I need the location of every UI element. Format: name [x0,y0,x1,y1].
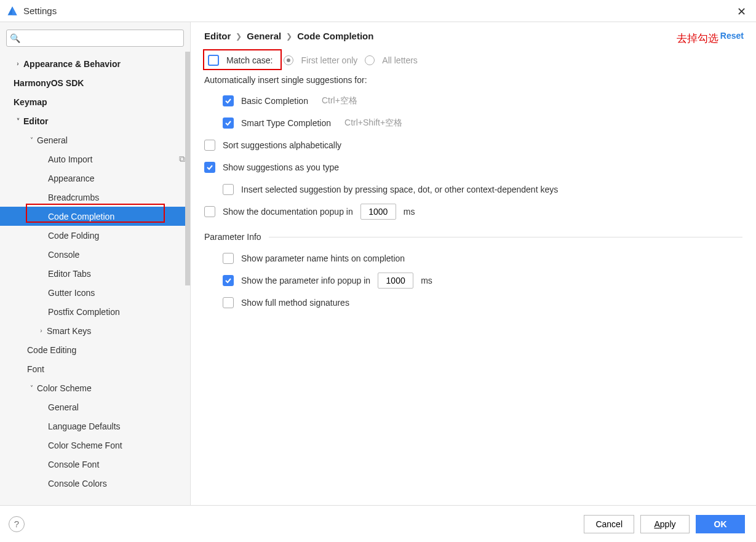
doc-popup-checkbox[interactable] [204,206,215,217]
tree-item[interactable]: Code Folding [0,226,190,245]
tree-item[interactable]: ˅Color Scheme [0,378,190,397]
first-letter-label: First letter only [301,55,357,65]
full-sig-label: Show full method signatures [241,298,349,308]
tree-item[interactable]: Font [0,359,190,378]
param-popup-value-input[interactable] [378,273,413,289]
param-popup-checkbox[interactable] [223,275,234,286]
chevron-down-icon[interactable]: ˅ [27,137,36,143]
tree-item[interactable]: Postfix Completion [0,302,190,321]
ok-button[interactable]: OK [696,515,745,533]
basic-completion-checkbox[interactable] [223,95,234,106]
annotation-arrow-icon [474,32,664,33]
match-case-checkbox[interactable] [208,55,219,66]
tree-item[interactable]: HarmonyOS SDK [0,73,190,92]
all-letters-label: All letters [382,55,418,65]
tree-item-label: Console Colors [48,479,107,488]
tree-item[interactable]: Language Defaults [0,416,190,436]
settings-tree[interactable]: ›Appearance & BehaviorHarmonyOS SDKKeyma… [0,52,190,505]
settings-sidebar: 🔍 ›Appearance & BehaviorHarmonyOS SDKKey… [0,22,191,505]
cancel-button[interactable]: Cancel [584,515,634,533]
smart-type-checkbox[interactable] [223,118,234,129]
tree-item[interactable]: Auto Import⧉ [0,149,190,169]
annotation-text: 去掉勾选 [677,31,718,46]
show-as-type-label: Show suggestions as you type [223,162,339,172]
tree-item-label: Code Folding [48,231,99,241]
tree-item[interactable]: Appearance [0,169,190,188]
smart-type-shortcut: Ctrl+Shift+空格 [344,118,402,129]
tree-item[interactable]: Code Completion [0,207,190,226]
tree-item-label: Console [48,250,79,260]
tree-item[interactable]: Console Font [0,455,190,474]
param-popup-label-post: ms [421,276,432,285]
apply-button[interactable]: Apply [640,515,690,533]
insert-selected-label: Insert selected suggestion by pressing s… [241,185,558,194]
chevron-right-icon: ❯ [236,32,242,41]
tree-item[interactable]: Console [0,245,190,264]
chevron-down-icon[interactable]: ˅ [27,385,36,391]
sidebar-scrollbar[interactable] [185,52,190,285]
match-case-label: Match case: [226,55,273,65]
tree-item-label: Breadcrumbs [48,193,99,202]
dialog-footer: ? Cancel Apply OK [0,505,756,542]
chevron-right-icon[interactable]: › [14,60,22,67]
search-input[interactable] [6,30,184,47]
tree-item-label: Appearance [48,173,95,183]
close-icon[interactable]: ✕ [737,5,746,18]
breadcrumb-item[interactable]: Editor [204,31,231,41]
chevron-right-icon: ❯ [286,32,292,41]
tree-item-label: Postfix Completion [48,307,120,317]
tree-item-label: Console Font [48,460,99,469]
show-as-type-checkbox[interactable] [204,162,215,173]
param-popup-label-pre: Show the parameter info popup in [241,276,370,285]
tree-item-label: Auto Import [48,154,92,164]
svg-marker-1 [12,6,17,15]
tree-item[interactable]: Keymap [0,92,190,111]
doc-popup-label-post: ms [404,207,415,217]
window-title: Settings [23,6,57,16]
breadcrumb-item[interactable]: General [247,31,281,41]
reset-link[interactable]: Reset [720,31,744,41]
first-letter-radio[interactable] [284,55,293,65]
chevron-right-icon[interactable]: › [37,327,46,334]
smart-type-label: Smart Type Completion [241,118,331,128]
tree-item[interactable]: ˅Editor [0,111,190,130]
tree-item[interactable]: ›Smart Keys [0,321,190,340]
all-letters-radio[interactable] [365,55,375,65]
tree-item[interactable]: Editor Tabs [0,264,190,283]
param-hints-checkbox[interactable] [223,253,234,264]
chevron-down-icon[interactable]: ˅ [14,118,22,124]
full-sig-checkbox[interactable] [223,297,234,308]
breadcrumb-item[interactable]: Code Completion [297,31,373,41]
tree-item-label: Keymap [14,97,47,107]
section-divider [269,237,742,237]
sort-alpha-checkbox[interactable] [204,140,215,151]
tree-item-label: HarmonyOS SDK [14,78,84,88]
param-hints-label: Show parameter name hints on completion [241,253,405,263]
titlebar: Settings ✕ [0,0,756,22]
basic-completion-shortcut: Ctrl+空格 [322,95,357,106]
doc-popup-label-pre: Show the documentation popup in [223,207,353,217]
tree-item[interactable]: ˅General [0,130,190,149]
tree-item-label: Color Scheme Font [48,440,122,450]
tree-item[interactable]: General [0,397,190,416]
tree-item[interactable]: Code Editing [0,340,190,359]
tree-item-label: Language Defaults [48,421,121,431]
tree-item-label: Editor [23,116,48,126]
insert-selected-checkbox[interactable] [223,184,234,195]
app-logo-icon [6,5,18,17]
tree-item[interactable]: Breadcrumbs [0,188,190,207]
help-icon[interactable]: ? [9,516,25,532]
tree-item-label: General [37,135,68,145]
tree-item-label: General [48,402,79,412]
doc-popup-value-input[interactable] [360,204,396,220]
basic-completion-label: Basic Completion [241,96,308,106]
tree-item[interactable]: Console Colors [0,474,190,493]
tree-item-label: Editor Tabs [48,269,91,279]
tree-item[interactable]: Gutter Icons [0,283,190,302]
tree-item[interactable]: ›Appearance & Behavior [0,54,190,73]
tree-item-label: Gutter Icons [48,288,95,298]
sort-alpha-label: Sort suggestions alphabetically [223,140,341,150]
copy-icon[interactable]: ⧉ [179,154,185,164]
tree-item[interactable]: Color Scheme Font [0,436,190,455]
tree-item-label: Smart Keys [47,326,91,336]
